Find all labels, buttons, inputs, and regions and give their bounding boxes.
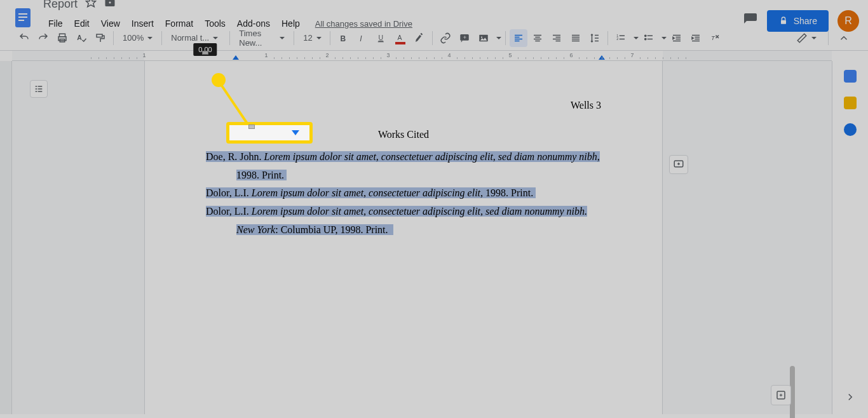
callout-ruler-zoom	[226, 122, 313, 144]
chevron-down-icon	[147, 37, 153, 39]
increase-indent-button[interactable]	[687, 29, 705, 47]
side-panel	[832, 61, 868, 414]
open-comments-icon[interactable]	[743, 12, 758, 30]
left-indent-marker[interactable]	[233, 55, 239, 60]
spellcheck-button[interactable]: A	[72, 29, 90, 47]
document-title[interactable]: Report	[43, 0, 78, 11]
print-button[interactable]	[53, 29, 71, 47]
add-comment-floating-button[interactable]	[669, 155, 688, 174]
svg-point-23	[645, 38, 646, 39]
chevron-down-icon	[316, 37, 322, 39]
svg-text:U: U	[379, 34, 384, 41]
ruler-number: 1	[142, 52, 146, 58]
svg-text:+: +	[463, 34, 466, 40]
ruler-number: 4	[447, 52, 451, 58]
ruler-number: 2	[325, 52, 329, 58]
chevron-down-icon	[634, 37, 639, 39]
share-label: Share	[794, 16, 817, 26]
zoom-select[interactable]: 100%	[118, 30, 158, 45]
chevron-down-icon	[213, 37, 218, 39]
line-spacing-button[interactable]	[586, 29, 604, 47]
outline-toggle-button[interactable]	[30, 80, 48, 98]
svg-rect-10	[97, 34, 102, 37]
main-area: Wells 3 Works Cited Doe, R. John. Lorem …	[0, 61, 868, 414]
svg-text:T: T	[711, 34, 715, 41]
save-status[interactable]: All changes saved in Drive	[315, 19, 412, 29]
explore-button[interactable]	[771, 385, 791, 405]
align-left-button[interactable]	[510, 29, 527, 47]
svg-text:A: A	[398, 34, 402, 41]
star-icon[interactable]	[85, 0, 97, 11]
menu-insert[interactable]: Insert	[126, 16, 159, 31]
paint-format-button[interactable]	[92, 29, 109, 47]
svg-text:2: 2	[617, 37, 619, 41]
first-line-indent-marker[interactable]	[202, 51, 208, 55]
move-to-folder-icon[interactable]	[104, 0, 116, 11]
citation-entry: Doe, R. John. Lorem ipsum dolor sit amet…	[206, 148, 601, 185]
menu-format[interactable]: Format	[160, 16, 198, 31]
keep-addon-icon[interactable]	[844, 97, 857, 109]
side-panel-toggle[interactable]	[844, 391, 856, 405]
svg-point-22	[645, 35, 646, 36]
svg-point-19	[481, 36, 482, 37]
add-comment-button[interactable]: +	[456, 29, 473, 47]
text-color-button[interactable]: A	[391, 29, 409, 47]
svg-rect-14	[378, 41, 384, 42]
share-button[interactable]: Share	[767, 10, 829, 32]
outline-gutter	[0, 61, 12, 414]
align-center-button[interactable]	[529, 29, 546, 47]
docs-logo[interactable]	[10, 4, 36, 30]
ruler-number: 3	[386, 52, 390, 58]
ruler-number: 5	[508, 52, 512, 58]
underline-button[interactable]: U	[372, 29, 390, 47]
bulleted-list-button[interactable]	[640, 29, 667, 47]
zoomed-left-indent-icon	[292, 130, 299, 135]
undo-button[interactable]	[15, 29, 33, 47]
account-avatar[interactable]: R	[837, 10, 859, 32]
svg-rect-5	[781, 20, 786, 24]
chevron-down-icon	[496, 37, 501, 39]
bold-button[interactable]: B	[334, 29, 352, 47]
font-size-select[interactable]: 12	[298, 30, 326, 45]
redo-button[interactable]	[34, 29, 52, 47]
calendar-addon-icon[interactable]	[844, 70, 857, 83]
page[interactable]: Wells 3 Works Cited Doe, R. John. Lorem …	[144, 61, 663, 414]
tasks-addon-icon[interactable]	[844, 123, 857, 136]
page-header-text: Wells 3	[571, 97, 601, 115]
italic-button[interactable]: I	[353, 29, 371, 47]
svg-text:B: B	[341, 34, 346, 43]
highlight-color-button[interactable]	[410, 29, 428, 47]
svg-rect-1	[18, 13, 27, 15]
header-right: Share R	[743, 10, 859, 32]
ruler-number: 1	[264, 52, 268, 58]
citation-entry: Dolor, L.I. Lorem ipsum dolor sit amet, …	[206, 184, 601, 203]
svg-text:I: I	[360, 34, 363, 43]
menu-tools[interactable]: Tools	[200, 16, 231, 31]
document-canvas[interactable]: Wells 3 Works Cited Doe, R. John. Lorem …	[12, 61, 832, 414]
citation-entry: Dolor, L.I. Lorem ipsum dolor sit amet, …	[206, 203, 601, 239]
svg-rect-3	[18, 20, 24, 21]
chevron-down-icon	[280, 37, 285, 39]
ruler-number: 7	[630, 52, 634, 58]
svg-text:A: A	[77, 34, 82, 41]
chevron-down-icon	[811, 37, 817, 39]
chevron-down-icon	[661, 37, 667, 39]
editing-mode-select[interactable]	[791, 30, 822, 46]
title-bar: Report File Edit View Insert Format Tool…	[0, 0, 868, 23]
font-select[interactable]: Times New...	[234, 26, 290, 50]
align-justify-button[interactable]	[567, 29, 585, 47]
ruler-number: 6	[569, 52, 573, 58]
insert-link-button[interactable]	[437, 29, 454, 47]
svg-marker-4	[86, 0, 96, 7]
clear-formatting-button[interactable]: T	[706, 29, 724, 47]
insert-image-button[interactable]	[475, 29, 501, 47]
align-right-button[interactable]	[548, 29, 566, 47]
decrease-indent-button[interactable]	[668, 29, 686, 47]
svg-rect-2	[18, 17, 27, 18]
horizontal-ruler[interactable]: 0.00 11234567	[12, 51, 832, 61]
numbered-list-button[interactable]: 12	[612, 29, 639, 47]
